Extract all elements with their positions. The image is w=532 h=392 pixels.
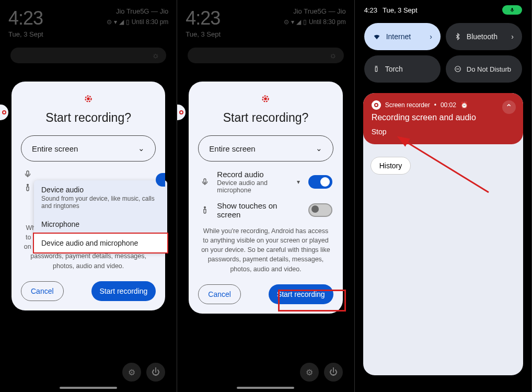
screen-scope-select[interactable]: Entire screen ⌄ xyxy=(198,135,333,162)
dnd-icon xyxy=(454,65,461,73)
popup-option-both[interactable]: Device audio and microphone xyxy=(33,233,168,253)
popup-option-title: Device audio xyxy=(41,186,160,194)
svg-rect-2 xyxy=(27,171,29,175)
chevron-down-icon[interactable]: ▾ xyxy=(297,178,300,186)
record-audio-row[interactable] xyxy=(22,170,155,178)
date: Tue, 3 Sept xyxy=(8,30,43,38)
wifi-icon: ▾ xyxy=(291,18,294,26)
select-value: Entire screen xyxy=(209,144,255,153)
clock: 4:23 xyxy=(186,7,221,29)
recorder-icon xyxy=(372,100,381,110)
torch-icon xyxy=(373,65,380,73)
status-icons: ⊝ ▾ ◢ ▯ Until 8:30 pm xyxy=(107,18,169,26)
disclaimer-text: While you're recording, Android has acce… xyxy=(200,226,331,274)
start-recording-button[interactable]: Start recording xyxy=(269,284,333,304)
mic-icon xyxy=(22,170,33,178)
notification-shade: Screen recorder • 00:02 ⏰ Recording scre… xyxy=(363,93,523,375)
start-recording-dialog: Start recording? Entire screen ⌄ Record … xyxy=(189,82,342,314)
wifi-icon xyxy=(373,32,381,41)
shade-status-bar: 4:23 Tue, 3 Sept xyxy=(355,0,531,20)
tile-label: Torch xyxy=(385,65,403,73)
screen-scope-select[interactable]: Entire screen ⌄ xyxy=(21,135,156,162)
recorder-peek-icon xyxy=(0,105,8,120)
chevron-right-icon: › xyxy=(511,32,514,41)
expand-icon[interactable]: ⌃ xyxy=(502,100,516,114)
bottom-controls: ⚙ ⏻ xyxy=(300,363,343,382)
mic-indicator[interactable] xyxy=(502,5,522,15)
cancel-button[interactable]: Cancel xyxy=(21,281,64,301)
show-touches-label: Show touches on screen xyxy=(217,201,302,219)
carrier: Jio True5G — Jio xyxy=(107,7,169,15)
record-audio-sub: Device audio and microphone xyxy=(217,179,290,194)
notif-app-name: Screen recorder xyxy=(385,101,430,109)
battery-icon: ▯ xyxy=(303,18,307,26)
alarm-icon: ⏰ xyxy=(460,101,468,109)
chevron-down-icon: ⌄ xyxy=(138,144,145,153)
dnd-icon: ⊝ xyxy=(107,18,112,26)
touch-icon xyxy=(22,183,33,192)
svg-rect-9 xyxy=(375,67,377,72)
notif-title: Recording screen and audio xyxy=(372,113,515,122)
chevron-right-icon: › xyxy=(430,32,432,41)
settings-button[interactable]: ⚙ xyxy=(300,363,319,382)
screen-recorder-notification[interactable]: Screen recorder • 00:02 ⏰ Recording scre… xyxy=(363,93,523,144)
svg-line-11 xyxy=(405,141,489,192)
qs-tile-bluetooth[interactable]: Bluetooth › xyxy=(446,23,522,50)
show-touches-switch[interactable] xyxy=(308,203,332,217)
signal-icon: ◢ xyxy=(296,18,301,26)
phone-panel-2: 4:23 Tue, 3 Sept Jio True5G — Jio ⊝ ▾ ◢ … xyxy=(177,0,354,392)
svg-rect-6 xyxy=(204,179,206,183)
nav-bar xyxy=(60,387,117,389)
cancel-button[interactable]: Cancel xyxy=(198,284,241,304)
brightness-icon: ☼ xyxy=(329,51,339,60)
record-audio-row[interactable]: Record audio Device audio and microphone… xyxy=(199,170,332,194)
status-bar: 4:23 Tue, 3 Sept Jio True5G — Jio ⊝ ▾ ◢ … xyxy=(177,0,354,41)
svg-point-5 xyxy=(264,97,268,100)
signal-icon: ◢ xyxy=(119,18,124,26)
popup-option-device-audio[interactable]: Device audio Sound from your device, lik… xyxy=(34,180,167,215)
date: Tue, 3 Sept xyxy=(383,6,418,14)
quick-settings-grid: Internet › Bluetooth › Torch Do Not Dist… xyxy=(355,20,531,90)
status-icons: ⊝ ▾ ◢ ▯ Until 8:30 pm xyxy=(284,18,346,26)
record-audio-switch[interactable] xyxy=(308,175,332,189)
power-button[interactable]: ⏻ xyxy=(324,363,343,382)
history-button[interactable]: History xyxy=(371,157,411,175)
popup-option-title: Microphone xyxy=(41,220,160,228)
svg-rect-8 xyxy=(512,8,513,10)
brightness-icon: ☼ xyxy=(152,51,161,60)
bullet: • xyxy=(434,101,436,109)
wifi-icon: ▾ xyxy=(114,18,117,26)
stop-action[interactable]: Stop xyxy=(372,128,515,136)
touch-icon xyxy=(199,206,211,214)
recorder-peek-icon xyxy=(177,105,186,120)
switch-peek xyxy=(156,173,165,187)
popup-option-title: Device audio and microphone xyxy=(41,239,160,247)
brightness-slider[interactable]: ☼ xyxy=(188,48,343,63)
nav-bar xyxy=(237,387,294,389)
qs-tile-dnd[interactable]: Do Not Disturb xyxy=(446,55,522,83)
start-recording-button[interactable]: Start recording xyxy=(91,281,156,301)
mic-icon xyxy=(199,178,211,186)
bluetooth-icon xyxy=(454,33,461,40)
brightness-slider[interactable]: ☼ xyxy=(10,48,166,63)
audio-source-popup: Device audio Sound from your device, lik… xyxy=(34,180,167,252)
qs-tile-torch[interactable]: Torch xyxy=(364,55,441,83)
until-label: Until 8:30 pm xyxy=(132,18,169,26)
clock: 4:23 xyxy=(8,7,43,29)
select-value: Entire screen xyxy=(32,144,78,153)
power-button[interactable]: ⏻ xyxy=(146,363,165,382)
settings-button[interactable]: ⚙ xyxy=(122,363,141,382)
until-label: Until 8:30 pm xyxy=(309,18,346,26)
popup-option-microphone[interactable]: Microphone xyxy=(34,215,167,234)
tile-label: Do Not Disturb xyxy=(467,65,511,73)
phone-panel-3: 4:23 Tue, 3 Sept Internet › Bluetooth › xyxy=(355,0,532,392)
notif-elapsed: 00:02 xyxy=(441,101,456,109)
recorder-icon xyxy=(198,93,333,105)
dialog-title: Start recording? xyxy=(21,111,156,125)
qs-tile-internet[interactable]: Internet › xyxy=(364,23,441,50)
bottom-controls: ⚙ ⏻ xyxy=(122,363,165,382)
carrier: Jio True5G — Jio xyxy=(284,7,346,15)
show-touches-row[interactable]: Show touches on screen xyxy=(199,201,332,219)
tile-label: Bluetooth xyxy=(467,32,498,41)
dialog-title: Start recording? xyxy=(198,111,333,125)
